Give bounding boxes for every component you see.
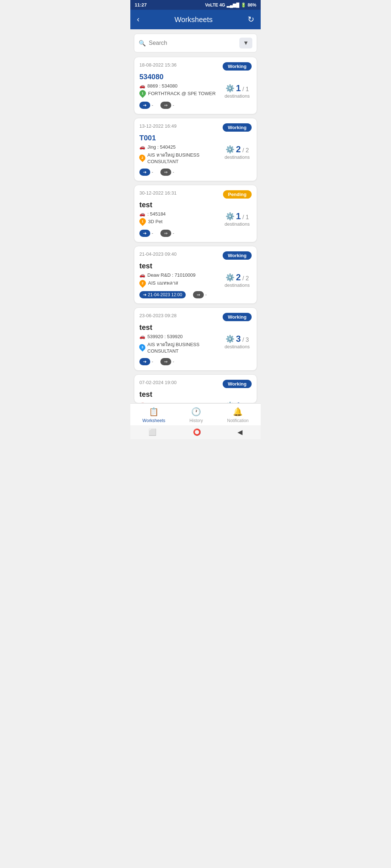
car-icon: 🚗 (139, 272, 145, 278)
card-body: 🚗 Deaw R&D : 71010009 2 AIS แมทพลาส ⚙️ 2… (139, 272, 252, 288)
vehicle-text: 8869 : 534080 (147, 83, 177, 89)
card-info: 🚗 539920 : 539920 3 AIS หาดใหญ่ BUSINESS… (139, 334, 223, 355)
worksheet-card[interactable]: 07-02-2024 19:00 Working test 🚗 1 ⚙️ 1 /… (134, 374, 257, 403)
status-badge: Working (223, 380, 252, 388)
worksheet-card[interactable]: 18-08-2022 15:36 Working 534080 🚗 8869 :… (134, 57, 257, 114)
destinations-block: ⚙️ 1 / 1 destinations (223, 83, 252, 99)
card-header: 21-04-2023 09:40 Working (139, 251, 252, 260)
card-datetime: 18-08-2022 15:36 (139, 62, 177, 68)
worksheet-id: T001 (139, 134, 252, 142)
home-button[interactable]: ⭕ (193, 428, 201, 436)
car-icon: 🚗 (139, 144, 145, 150)
vehicle-row: 🚗 Jing : 540425 (139, 144, 223, 150)
pin-icon: 1 (138, 89, 147, 98)
vehicle-text: : 545184 (147, 211, 166, 217)
pin-icon: 3 (138, 343, 147, 352)
location-row: 1 FORTHTRACK @ SPE TOWER (139, 90, 223, 97)
end-time: ⇒ - (160, 169, 174, 176)
dest-icon: ⚙️ (226, 335, 235, 343)
refresh-button[interactable]: ↻ (248, 15, 254, 24)
nav-notification[interactable]: 🔔 Notification (227, 407, 248, 423)
worksheet-card[interactable]: 21-04-2023 09:40 Working test 🚗 Deaw R&D… (134, 246, 257, 304)
end-time: ⇒ - (160, 102, 174, 109)
destinations-block: ⚙️ 3 / 3 destinations (223, 334, 252, 349)
card-datetime: 21-04-2023 09:40 (139, 251, 177, 257)
dest-icon: ⚙️ (226, 212, 235, 221)
dest-numbers: 3 / 3 (236, 334, 249, 344)
worksheet-card[interactable]: 30-12-2022 16:31 Pending test 🚗 : 545184… (134, 185, 257, 242)
search-input[interactable] (149, 40, 239, 46)
back-button[interactable]: ‹ (137, 15, 139, 24)
dest-icon: ⚙️ (226, 145, 235, 154)
vehicle-text: Jing : 540425 (147, 144, 176, 150)
card-datetime: 13-12-2022 16:49 (139, 123, 177, 129)
nav-worksheets[interactable]: 📋 Worksheets (142, 407, 165, 423)
card-info: 🚗 Deaw R&D : 71010009 2 AIS แมทพลาส (139, 272, 223, 288)
vehicle-row: 🚗 Deaw R&D : 71010009 (139, 272, 223, 278)
vehicle-row: 🚗 (139, 401, 223, 403)
card-info: 🚗 Jing : 540425 2 AIS หาดใหญ่ BUSINESS C… (139, 144, 223, 166)
nav-worksheets-label: Worksheets (142, 418, 165, 423)
worksheet-card[interactable]: 23-06-2023 09:28 Working test 🚗 539920 :… (134, 307, 257, 371)
search-bar: 🔍 ▼ (134, 34, 257, 52)
worksheet-card[interactable]: 13-12-2022 16:49 Working T001 🚗 Jing : 5… (134, 118, 257, 181)
system-nav: ⬜ ⭕ ◀ (130, 425, 261, 439)
dest-numbers: 2 / 2 (236, 144, 249, 154)
card-header: 30-12-2022 16:31 Pending (139, 190, 252, 199)
location-text: AIS แมทพลาส (148, 279, 178, 287)
card-datetime: 07-02-2024 19:00 (139, 380, 177, 385)
status-time: 11:27 (135, 2, 147, 8)
vehicle-text: 539920 : 539920 (147, 334, 183, 339)
filter-button[interactable]: ▼ (239, 38, 252, 48)
card-body: 🚗 Jing : 540425 2 AIS หาดใหญ่ BUSINESS C… (139, 144, 252, 166)
location-text: AIS หาดใหญ่ BUSINESS CONSULTANT (147, 341, 223, 354)
car-icon: 🚗 (139, 334, 145, 339)
worksheet-id: 534080 (139, 73, 252, 81)
start-arrow-icon: ➔ (139, 358, 150, 365)
end-arrow-icon: ⇒ (160, 358, 171, 365)
worksheet-id: test (139, 323, 252, 332)
card-body: 🚗 539920 : 539920 3 AIS หาดใหญ่ BUSINESS… (139, 334, 252, 355)
location-text: FORTHTRACK @ SPE TOWER (148, 91, 216, 96)
destinations-block: ⚙️ 2 / 2 destinations (223, 272, 252, 288)
square-button[interactable]: ⬜ (148, 428, 156, 436)
card-footer: ➔ 21-04-2023 12:00 ⇒ - (139, 291, 252, 298)
card-header: 07-02-2024 19:00 Working (139, 380, 252, 388)
end-time: ⇒ - (160, 230, 174, 237)
dest-icon-row: ⚙️ 3 / 3 (223, 334, 252, 344)
card-header: 18-08-2022 15:36 Working (139, 62, 252, 71)
dest-icon-row: ⚙️ 2 / 2 (223, 272, 252, 282)
dest-numbers: 1 / 1 (236, 83, 249, 93)
start-time: ➔ - (139, 169, 153, 176)
network-indicator: VoLTE 4G (205, 3, 225, 8)
start-time: ➔ - (139, 102, 153, 109)
location-row: 3 AIS หาดใหญ่ BUSINESS CONSULTANT (139, 341, 223, 354)
car-icon: 🚗 (139, 211, 145, 217)
card-info: 🚗 8869 : 534080 1 FORTHTRACK @ SPE TOWER (139, 83, 223, 98)
status-badge: Pending (223, 190, 252, 199)
worksheet-id: test (139, 201, 252, 209)
worksheet-id: test (139, 262, 252, 270)
dest-numbers: 1 / 1 (236, 211, 249, 221)
status-badge: Working (223, 251, 252, 260)
location-row: 1 3D Pet (139, 218, 223, 225)
card-footer: ➔ - ⇒ - (139, 102, 252, 109)
dest-numbers: 2 / 2 (236, 272, 249, 282)
battery-percent: 86% (248, 3, 256, 8)
vehicle-row: 🚗 : 545184 (139, 211, 223, 217)
destinations-label: destinations (223, 93, 252, 99)
card-header: 13-12-2022 16:49 Working (139, 123, 252, 132)
dest-icon-row: ⚙️ 1 / 1 (223, 211, 252, 221)
start-arrow-icon: ➔ (139, 169, 150, 176)
card-footer: ➔ - ⇒ - (139, 230, 252, 237)
nav-history[interactable]: 🕐 History (189, 407, 203, 423)
pin-icon: 2 (138, 153, 147, 162)
card-info: 🚗 : 545184 1 3D Pet (139, 211, 223, 226)
start-time: ➔ - (139, 358, 153, 365)
page-title: Worksheets (175, 16, 213, 24)
back-sys-button[interactable]: ◀ (237, 428, 243, 436)
end-arrow-icon: ⇒ (160, 230, 171, 237)
status-right: VoLTE 4G ▂▄▆█ 🔋 86% (205, 3, 256, 8)
end-time: ⇒ - (160, 358, 174, 365)
start-arrow: ➔ 21-04-2023 12:00 (139, 291, 186, 298)
